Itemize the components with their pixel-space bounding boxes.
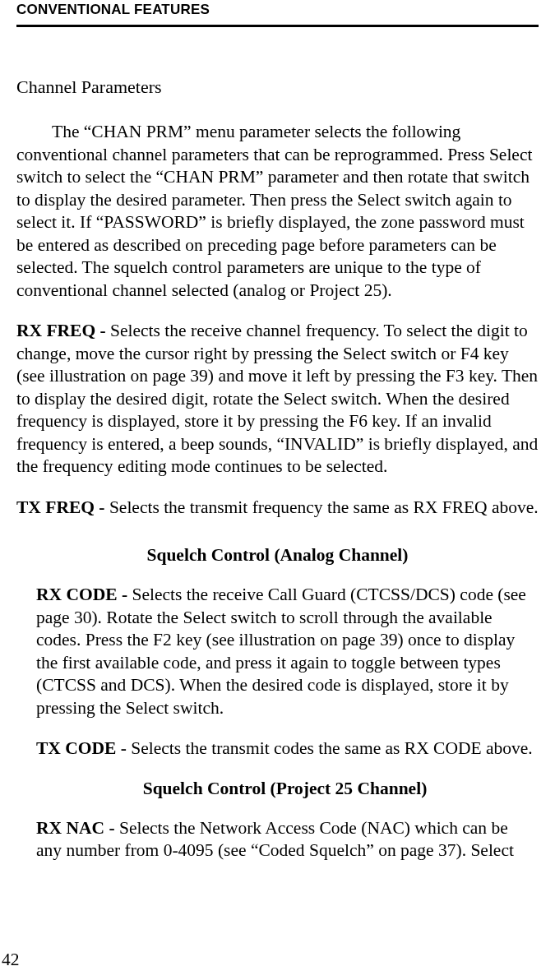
rx-code-paragraph: RX CODE - Selects the receive Call Guard… (36, 584, 534, 719)
rx-freq-text: Selects the receive channel frequency. T… (16, 321, 538, 476)
page-number: 42 (2, 950, 20, 970)
analog-subheading: Squelch Control (Analog Channel) (16, 545, 539, 566)
rx-nac-label: RX NAC - (36, 818, 119, 838)
rx-nac-paragraph: RX NAC - Selects the Network Access Code… (36, 817, 534, 862)
page-container: CONVENTIONAL FEATURES Channel Parameters… (0, 0, 555, 980)
rx-code-label: RX CODE - (36, 585, 132, 604)
p25-subheading: Squelch Control (Project 25 Channel) (36, 779, 534, 799)
tx-code-label: TX CODE - (36, 738, 131, 758)
intro-paragraph: The “CHAN PRM” menu parameter selects th… (16, 121, 539, 302)
rx-code-text: Selects the receive Call Guard (CTCSS/DC… (36, 585, 526, 718)
tx-freq-label: TX FREQ - (16, 497, 109, 517)
tx-freq-paragraph: TX FREQ - Selects the transmit frequency… (16, 497, 539, 520)
tx-code-paragraph: TX CODE - Selects the transmit codes the… (36, 737, 534, 760)
rx-freq-paragraph: RX FREQ - Selects the receive channel fr… (16, 320, 539, 478)
section-title: Channel Parameters (16, 76, 539, 98)
rx-freq-label: RX FREQ - (16, 321, 110, 340)
running-header: CONVENTIONAL FEATURES (16, 0, 539, 25)
header-rule (16, 25, 539, 27)
tx-code-text: Selects the transmit codes the same as R… (131, 738, 532, 758)
tx-freq-text: Selects the transmit frequency the same … (109, 497, 539, 517)
analog-block: RX CODE - Selects the receive Call Guard… (16, 584, 539, 862)
